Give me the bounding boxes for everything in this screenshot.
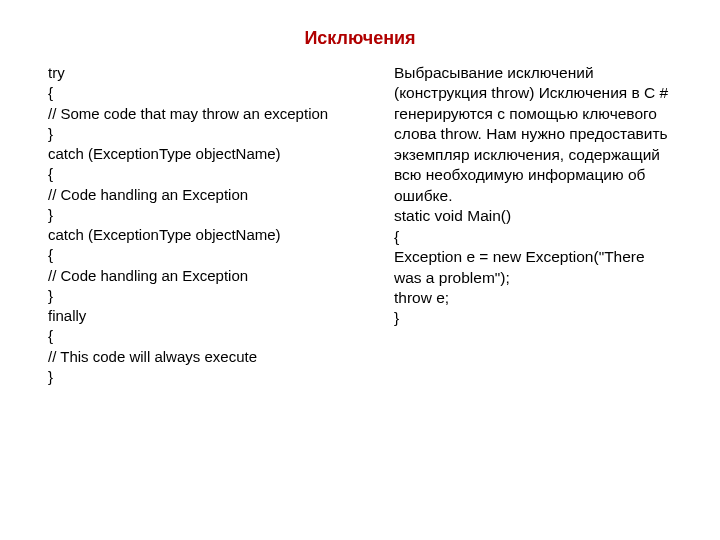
- right-paragraph: Выбрасывание исключений (конструкция thr…: [394, 63, 672, 329]
- left-code-block: try { // Some code that may throw an exc…: [48, 63, 358, 387]
- page-title: Исключения: [48, 28, 672, 49]
- right-text-block: Выбрасывание исключений (конструкция thr…: [394, 63, 672, 387]
- content-columns: try { // Some code that may throw an exc…: [48, 63, 672, 387]
